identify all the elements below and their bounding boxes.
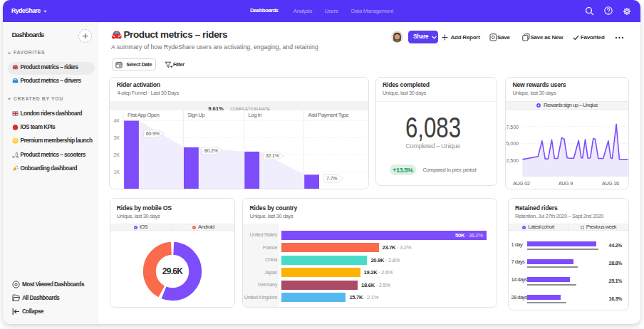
svg-text:29.6K: 29.6K bbox=[162, 266, 184, 276]
svg-text:7.7%: 7.7% bbox=[326, 175, 338, 182]
svg-text:60.9%: 60.9% bbox=[146, 130, 160, 137]
svg-text:32.1%: 32.1% bbox=[266, 152, 280, 159]
svg-text:80.2%: 80.2% bbox=[204, 147, 219, 154]
